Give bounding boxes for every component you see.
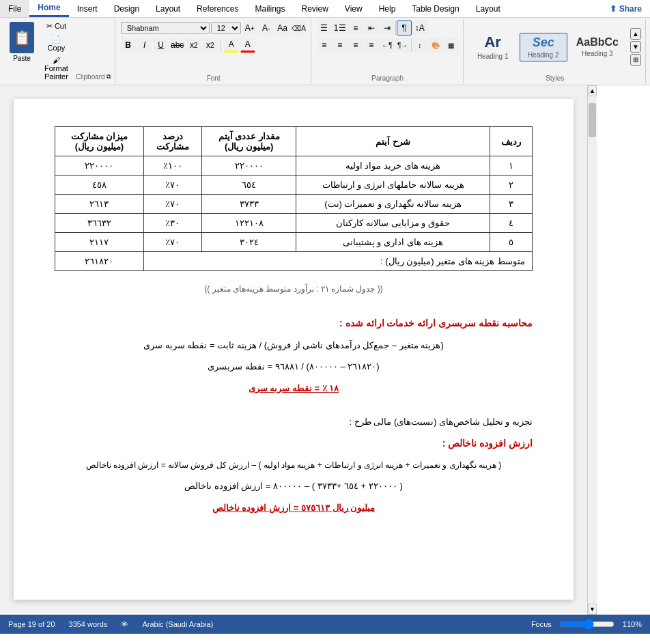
cell-1-4: ٤٥٨ — [55, 176, 144, 195]
justify-button[interactable]: ≡ — [364, 38, 379, 53]
tab-home[interactable]: Home — [29, 0, 68, 17]
cell-0-4: ٢٢٠٠٠٠ — [55, 156, 144, 176]
status-right: Focus 110% — [531, 619, 642, 630]
cell-3-1: حقوق و مزایایی سالانه کارکنان — [296, 214, 490, 233]
cell-4-2: ٣٠٢٤ — [202, 233, 296, 252]
status-bar: Page 19 of 20 3354 words 👁 Arabic (Saudi… — [0, 615, 650, 634]
share-button[interactable]: ⬆ Share — [602, 0, 650, 17]
cell-0-2: ٢٢٠٠٠٠ — [202, 156, 296, 176]
style-heading3[interactable]: AaBbCc Heading 3 — [570, 33, 625, 60]
ltr-button[interactable]: ¶→ — [395, 38, 410, 53]
clipboard-expand[interactable]: ⧉ — [107, 73, 111, 81]
zoom-slider[interactable] — [560, 619, 614, 630]
italic-button[interactable]: I — [137, 38, 152, 53]
font-group: Shabnam 12 A+ A- Aa ⌫A B I U abc x2 x — [117, 19, 311, 83]
tab-table-design[interactable]: Table Design — [404, 0, 467, 17]
paste-button[interactable]: 📋 — [10, 22, 34, 53]
strikethrough-button[interactable]: abc — [170, 38, 185, 53]
document-page: ردیف شرح آیتم مقدار عددی آیتم(میلیون ریا… — [14, 99, 574, 600]
align-right-button[interactable]: ≡ — [348, 38, 363, 53]
cell-4-3: ٧٠٪ — [143, 233, 202, 252]
paragraph-group: ☰ 1☰ ≡ ⇤ ⇥ ¶ ↕A ≡ ≡ ≡ ≡ ←¶ ¶→ — [313, 19, 464, 83]
style-heading2[interactable]: Sec Heading 2 — [520, 33, 567, 61]
cell-2-1: هزینه سالانه نگهداری و تعمیرات (نت) — [296, 195, 490, 214]
underline-button[interactable]: U — [154, 38, 169, 53]
text-highlight-button[interactable]: A — [224, 38, 239, 53]
header-col5: میزان مشارکت(میلیون ریال) — [55, 127, 144, 156]
cell-2-2: ٣٧٣٣ — [202, 195, 296, 214]
font-case-button[interactable]: Aa — [275, 20, 290, 36]
rtl-button[interactable]: ←¶ — [380, 38, 395, 53]
scroll-up-button[interactable]: ▲ — [588, 85, 597, 96]
divider3 — [411, 38, 412, 52]
tab-references[interactable]: References — [188, 0, 246, 17]
ribbon-body: 📋 Paste ✂ Cut 📄 Copy 🖌 Format Painter Cl… — [0, 18, 650, 85]
scroll-down-button[interactable]: ▼ — [588, 604, 597, 615]
format-painter-button[interactable]: 🖌 Format Painter — [41, 55, 72, 82]
text-color-button[interactable]: A — [240, 38, 255, 53]
section1-formula2: (٢٦١٨٢٠ – ٨٠٠٠٠٠) / ٩٦٨٨١ = نقطه سربسری — [55, 359, 533, 374]
superscript-button[interactable]: x2 — [203, 38, 218, 53]
cell-1-1: هزینه سالانه حاملهای انرژی و ارتباطات — [296, 176, 490, 195]
font-size-select[interactable]: 12 — [211, 22, 241, 34]
shading-button[interactable]: 🎨 — [428, 38, 443, 53]
cell-3-3: ٣٠٪ — [143, 214, 202, 233]
font-name-select[interactable]: Shabnam — [121, 22, 210, 34]
font-shrink-button[interactable]: A- — [259, 20, 274, 36]
tab-design[interactable]: Design — [106, 0, 147, 17]
section2-heading: تجزیه و تحلیل شاخص‌های (نسبت‌های) مالی ط… — [55, 414, 533, 430]
vertical-scrollbar[interactable]: ▲ ▼ — [587, 85, 597, 615]
table-row: ٣هزینه سالانه نگهداری و تعمیرات (نت)٣٧٣٣… — [55, 195, 533, 214]
focus-button[interactable]: Focus — [531, 620, 552, 628]
section2-formula1: ( هزینه نگهداری و تعمیرات + هزینه انرژی … — [55, 458, 533, 473]
tab-layout2[interactable]: Layout — [468, 0, 509, 17]
tab-help[interactable]: Help — [371, 0, 404, 17]
subscript-button[interactable]: x2 — [186, 38, 201, 53]
tab-file[interactable]: File — [0, 0, 29, 17]
document-area: ردیف شرح آیتم مقدار عددی آیتم(میلیون ریا… — [0, 85, 587, 613]
document-container: ردیف شرح آیتم مقدار عددی آیتم(میلیون ریا… — [0, 85, 650, 615]
cell-2-0: ٣ — [490, 195, 533, 214]
page-indicator: Page 19 of 20 — [8, 620, 55, 628]
table-row: ٥هزینه های اداری و پشتیبانی٣٠٢٤٧٠٪٢١١٧ — [55, 233, 533, 252]
bold-button[interactable]: B — [121, 38, 136, 53]
tab-review[interactable]: Review — [293, 0, 336, 17]
scroll-thumb[interactable] — [589, 103, 596, 137]
style-heading1[interactable]: Ar Heading 1 — [469, 31, 517, 63]
copy-button[interactable]: 📄 Copy — [41, 33, 72, 53]
ribbon: File Home Insert Design Layout Reference… — [0, 0, 650, 85]
table-footer-value: ٢٦١٨٢٠ — [55, 252, 144, 271]
align-left-button[interactable]: ≡ — [317, 38, 332, 53]
cut-button[interactable]: ✂ Cut — [41, 20, 72, 32]
tab-insert[interactable]: Insert — [69, 0, 106, 17]
line-spacing-button[interactable]: ↕ — [412, 38, 427, 53]
increase-indent-button[interactable]: ⇥ — [380, 20, 395, 36]
heading1-label: Heading 1 — [477, 53, 509, 60]
multilevel-list-button[interactable]: ≡ — [348, 20, 363, 36]
cell-4-4: ٢١١٧ — [55, 233, 144, 252]
styles-expand[interactable]: ⊞ — [630, 54, 641, 66]
font-grow-button[interactable]: A+ — [242, 20, 257, 36]
paragraph-group-label: Paragraph — [371, 74, 404, 82]
numbering-button[interactable]: 1☰ — [333, 20, 348, 36]
tab-mailings[interactable]: Mailings — [246, 0, 293, 17]
cell-4-0: ٥ — [490, 233, 533, 252]
section1-result: ١٨ ٪ = نقطه سربه سری — [55, 380, 533, 396]
tab-view[interactable]: View — [337, 0, 371, 17]
align-center-button[interactable]: ≡ — [333, 38, 348, 53]
heading3-label: Heading 3 — [582, 50, 613, 57]
styles-group: Ar Heading 1 Sec Heading 2 AaBbCc Headin… — [465, 19, 646, 83]
heading2-preview: Sec — [533, 36, 554, 50]
styles-scroll-down[interactable]: ▼ — [630, 41, 641, 53]
borders-button[interactable]: ▦ — [444, 38, 459, 53]
tab-layout[interactable]: Layout — [147, 0, 188, 17]
show-marks-button[interactable]: ¶ — [397, 20, 412, 36]
decrease-indent-button[interactable]: ⇤ — [364, 20, 379, 36]
sort-button[interactable]: ↕A — [412, 20, 427, 36]
clear-format-button[interactable]: ⌫A — [292, 20, 307, 36]
styles-scroll-up[interactable]: ▲ — [630, 28, 641, 40]
bullets-button[interactable]: ☰ — [317, 20, 332, 36]
section2-result: میلیون ریال ٥٧٥٦١٣ = ارزش افزوده ناخالص — [55, 500, 533, 516]
cell-2-4: ٢٦١٣ — [55, 195, 144, 214]
ribbon-tabs: File Home Insert Design Layout Reference… — [0, 0, 650, 18]
